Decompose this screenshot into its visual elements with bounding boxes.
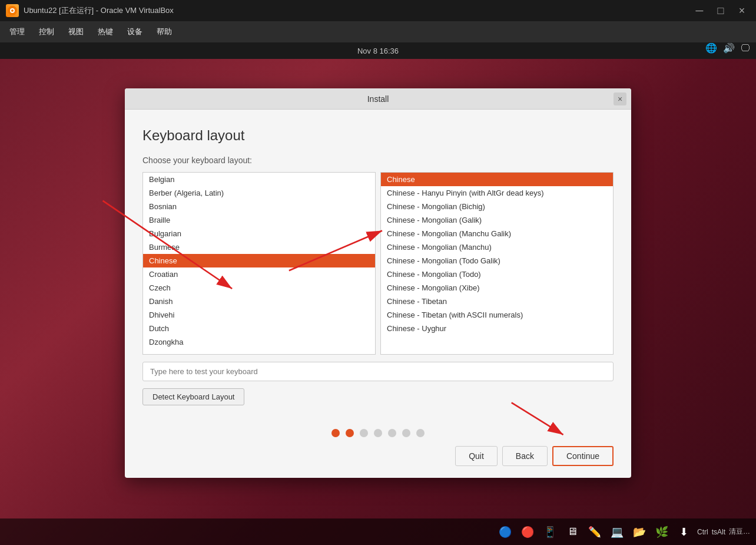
taskbar-icon-3[interactable]: 📱 xyxy=(541,523,559,541)
dialog-body: Keyboard layout Choose your keyboard lay… xyxy=(125,110,631,417)
list-item[interactable]: Chinese - Mongolian (Manchu) xyxy=(381,240,613,254)
list-item[interactable]: Dzongkha xyxy=(143,335,375,349)
window-controls: ─ □ × xyxy=(691,2,750,19)
app-logo xyxy=(6,4,19,17)
taskbar: 🔵 🔴 📱 🖥 ✏️ 💻 📂 🌿 ⬇ Ctrl tsAlt 清豆… xyxy=(0,518,756,545)
list-item[interactable]: Croatian xyxy=(143,267,375,281)
close-button[interactable]: × xyxy=(734,2,750,19)
screen-icon: 🖵 xyxy=(741,43,750,54)
keyboard-test-area xyxy=(142,362,614,381)
list-item[interactable]: Chinese - Tibetan (with ASCII numerals) xyxy=(381,308,613,322)
menu-control[interactable]: 控制 xyxy=(33,24,60,39)
list-item[interactable]: Belgian xyxy=(143,173,375,186)
vm-screen: Install × Keyboard layout Choose your ke… xyxy=(0,59,756,545)
window-title: Ubuntu22 [正在运行] - Oracle VM VirtualBox xyxy=(24,5,691,16)
list-item[interactable]: Danish xyxy=(143,295,375,308)
taskbar-icon-9[interactable]: ⬇ xyxy=(675,523,694,541)
back-button[interactable]: Back xyxy=(502,446,548,466)
alt-label: tsAlt xyxy=(712,528,725,536)
titlebar: Ubuntu22 [正在运行] - Oracle VM VirtualBox ─… xyxy=(0,0,756,21)
pagination-dot[interactable] xyxy=(416,429,425,437)
list-item[interactable]: Chinese - Mongolian (Todo) xyxy=(381,267,613,281)
network-icon: 🌐 xyxy=(705,42,717,54)
taskbar-icon-1[interactable]: 🔵 xyxy=(496,523,515,541)
page-heading: Keyboard layout xyxy=(142,127,614,144)
menubar: 管理 控制 视图 热键 设备 帮助 🌐 🔊 🖵 xyxy=(0,21,756,42)
list-item[interactable]: Dhivehi xyxy=(143,308,375,322)
pagination-dot[interactable] xyxy=(402,429,410,437)
list-item[interactable]: Chinese - Mongolian (Todo Galik) xyxy=(381,254,613,267)
taskbar-icon-2[interactable]: 🔴 xyxy=(518,523,537,541)
list-item[interactable]: Berber (Algeria, Latin) xyxy=(143,186,375,200)
pagination-dot[interactable] xyxy=(374,429,382,437)
maximize-button[interactable]: □ xyxy=(712,2,729,19)
detect-keyboard-button[interactable]: Detect Keyboard Layout xyxy=(142,388,244,405)
volume-icon: 🔊 xyxy=(723,42,735,54)
pagination-dot[interactable] xyxy=(346,429,354,437)
menu-manage[interactable]: 管理 xyxy=(4,24,31,39)
list-item[interactable]: Braille xyxy=(143,213,375,227)
menu-help[interactable]: 帮助 xyxy=(151,24,178,39)
statusbar: Nov 8 16:36 xyxy=(0,42,756,59)
dialog-footer: Quit Back Continue xyxy=(125,446,631,478)
dialog-close-button[interactable]: × xyxy=(614,93,626,105)
list-item[interactable]: Burmese xyxy=(143,240,375,254)
pagination-dots xyxy=(125,429,631,437)
keyboard-test-input[interactable] xyxy=(142,362,614,381)
dialog-titlebar: Install × xyxy=(125,88,631,110)
ctrl-label: Ctrl xyxy=(697,528,708,536)
taskbar-icon-7[interactable]: 📂 xyxy=(630,523,649,541)
menu-hotkeys[interactable]: 热键 xyxy=(92,24,119,39)
list-item[interactable]: Dutch xyxy=(143,322,375,335)
taskbar-icon-6[interactable]: 💻 xyxy=(608,523,626,541)
list-item[interactable]: Chinese - Mongolian (Galik) xyxy=(381,213,613,227)
list-item[interactable]: Bulgarian xyxy=(143,227,375,240)
taskbar-icon-4[interactable]: 🖥 xyxy=(563,523,582,541)
list-item[interactable]: Chinese - Tibetan xyxy=(381,295,613,308)
pagination-dot[interactable] xyxy=(388,429,396,437)
list-item[interactable]: Chinese - Mongolian (Bichig) xyxy=(381,200,613,213)
taskbar-icon-5[interactable]: ✏️ xyxy=(585,523,604,541)
list-item[interactable]: Chinese xyxy=(143,254,375,267)
list-item[interactable]: Chinese - Uyghur xyxy=(381,322,613,335)
list-item[interactable]: Chinese - Mongolian (Xibe) xyxy=(381,281,613,295)
quit-button[interactable]: Quit xyxy=(455,446,498,466)
menu-view[interactable]: 视图 xyxy=(62,24,89,39)
list-item[interactable]: Chinese - Mongolian (Manchu Galik) xyxy=(381,227,613,240)
layout-label: Choose your keyboard layout: xyxy=(142,156,614,165)
list-item[interactable]: Czech xyxy=(143,281,375,295)
list-item[interactable]: Bosnian xyxy=(143,200,375,213)
datetime-display: Nov 8 16:36 xyxy=(357,47,399,55)
install-dialog: Install × Keyboard layout Choose your ke… xyxy=(125,88,631,478)
svg-point-2 xyxy=(11,9,14,12)
list-item[interactable]: Chinese - Hanyu Pinyin (with AltGr dead … xyxy=(381,186,613,200)
dialog-title: Install xyxy=(367,94,389,104)
extra-label: 清豆… xyxy=(729,527,750,537)
minimize-button[interactable]: ─ xyxy=(691,2,708,19)
pagination-dot[interactable] xyxy=(360,429,368,437)
menu-devices[interactable]: 设备 xyxy=(121,24,148,39)
keyboard-lists: BelgianBerber (Algeria, Latin)BosnianBra… xyxy=(142,172,614,355)
pagination-dot[interactable] xyxy=(331,429,340,437)
taskbar-icon-8[interactable]: 🌿 xyxy=(652,523,671,541)
language-list[interactable]: BelgianBerber (Algeria, Latin)BosnianBra… xyxy=(142,172,376,355)
continue-button[interactable]: Continue xyxy=(552,446,614,466)
variant-list[interactable]: ChineseChinese - Hanyu Pinyin (with AltG… xyxy=(380,172,614,355)
list-item[interactable]: Chinese xyxy=(381,173,613,186)
